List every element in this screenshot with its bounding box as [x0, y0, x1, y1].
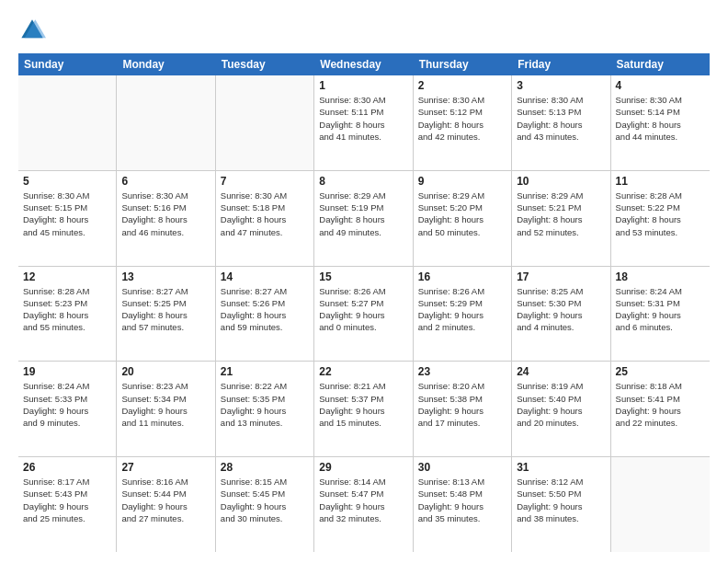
- day-cell-14: 14Sunrise: 8:27 AMSunset: 5:26 PMDayligh…: [216, 267, 314, 362]
- day-number: 6: [121, 175, 210, 188]
- day-number: 22: [319, 365, 407, 378]
- day-info: Sunrise: 8:22 AMSunset: 5:35 PMDaylight:…: [221, 380, 309, 429]
- empty-cell: [18, 75, 117, 170]
- day-info: Sunrise: 8:30 AMSunset: 5:18 PMDaylight:…: [221, 190, 309, 238]
- day-number: 16: [418, 270, 506, 283]
- day-info: Sunrise: 8:18 AMSunset: 5:41 PMDaylight:…: [616, 380, 705, 429]
- day-number: 30: [418, 461, 506, 474]
- day-info: Sunrise: 8:26 AMSunset: 5:29 PMDaylight:…: [418, 285, 506, 334]
- day-cell-11: 11Sunrise: 8:28 AMSunset: 5:22 PMDayligh…: [611, 171, 710, 266]
- day-cell-6: 6Sunrise: 8:30 AMSunset: 5:16 PMDaylight…: [117, 171, 215, 266]
- day-cell-30: 30Sunrise: 8:13 AMSunset: 5:48 PMDayligh…: [414, 457, 512, 552]
- day-info: Sunrise: 8:19 AMSunset: 5:40 PMDaylight:…: [517, 380, 605, 429]
- empty-cell: [611, 457, 710, 552]
- day-number: 10: [517, 175, 605, 188]
- day-number: 26: [23, 461, 111, 474]
- header-day-tuesday: Tuesday: [216, 53, 314, 75]
- day-number: 1: [319, 79, 407, 92]
- day-cell-13: 13Sunrise: 8:27 AMSunset: 5:25 PMDayligh…: [117, 267, 215, 362]
- day-number: 14: [221, 270, 309, 283]
- day-info: Sunrise: 8:30 AMSunset: 5:15 PMDaylight:…: [23, 190, 111, 238]
- day-info: Sunrise: 8:24 AMSunset: 5:33 PMDaylight:…: [23, 380, 111, 429]
- day-info: Sunrise: 8:26 AMSunset: 5:27 PMDaylight:…: [319, 285, 407, 334]
- day-cell-5: 5Sunrise: 8:30 AMSunset: 5:15 PMDaylight…: [18, 171, 117, 266]
- day-cell-4: 4Sunrise: 8:30 AMSunset: 5:14 PMDaylight…: [611, 75, 710, 170]
- day-info: Sunrise: 8:29 AMSunset: 5:19 PMDaylight:…: [319, 190, 407, 238]
- day-cell-21: 21Sunrise: 8:22 AMSunset: 5:35 PMDayligh…: [216, 362, 314, 456]
- day-number: 13: [121, 270, 210, 283]
- day-number: 25: [616, 365, 705, 378]
- day-cell-10: 10Sunrise: 8:29 AMSunset: 5:21 PMDayligh…: [512, 171, 610, 266]
- day-info: Sunrise: 8:13 AMSunset: 5:48 PMDaylight:…: [418, 476, 506, 524]
- day-cell-18: 18Sunrise: 8:24 AMSunset: 5:31 PMDayligh…: [611, 267, 710, 362]
- day-number: 3: [517, 79, 605, 92]
- page: SundayMondayTuesdayWednesdayThursdayFrid…: [0, 0, 728, 563]
- header-day-saturday: Saturday: [611, 53, 710, 75]
- day-cell-20: 20Sunrise: 8:23 AMSunset: 5:34 PMDayligh…: [117, 362, 215, 456]
- day-number: 5: [23, 175, 111, 188]
- day-cell-9: 9Sunrise: 8:29 AMSunset: 5:20 PMDaylight…: [414, 171, 512, 266]
- day-cell-31: 31Sunrise: 8:12 AMSunset: 5:50 PMDayligh…: [512, 457, 610, 552]
- day-info: Sunrise: 8:17 AMSunset: 5:43 PMDaylight:…: [23, 476, 111, 524]
- day-info: Sunrise: 8:20 AMSunset: 5:38 PMDaylight:…: [418, 380, 506, 429]
- day-number: 18: [616, 270, 705, 283]
- empty-cell: [117, 75, 215, 170]
- day-cell-19: 19Sunrise: 8:24 AMSunset: 5:33 PMDayligh…: [18, 362, 117, 456]
- logo-icon: [18, 17, 46, 44]
- header-day-friday: Friday: [512, 53, 610, 75]
- day-cell-12: 12Sunrise: 8:28 AMSunset: 5:23 PMDayligh…: [18, 267, 117, 362]
- day-cell-28: 28Sunrise: 8:15 AMSunset: 5:45 PMDayligh…: [216, 457, 314, 552]
- day-number: 7: [221, 175, 309, 188]
- day-cell-27: 27Sunrise: 8:16 AMSunset: 5:44 PMDayligh…: [117, 457, 215, 552]
- day-cell-17: 17Sunrise: 8:25 AMSunset: 5:30 PMDayligh…: [512, 267, 610, 362]
- header-day-monday: Monday: [117, 53, 215, 75]
- calendar-row-4: 19Sunrise: 8:24 AMSunset: 5:33 PMDayligh…: [18, 362, 710, 457]
- day-number: 15: [319, 270, 407, 283]
- day-info: Sunrise: 8:25 AMSunset: 5:30 PMDaylight:…: [517, 285, 605, 334]
- day-info: Sunrise: 8:27 AMSunset: 5:26 PMDaylight:…: [221, 285, 309, 334]
- header: [18, 17, 710, 44]
- header-day-thursday: Thursday: [414, 53, 512, 75]
- day-info: Sunrise: 8:30 AMSunset: 5:14 PMDaylight:…: [616, 94, 705, 143]
- day-number: 8: [319, 175, 407, 188]
- day-info: Sunrise: 8:30 AMSunset: 5:11 PMDaylight:…: [319, 94, 407, 143]
- day-number: 4: [616, 79, 705, 92]
- day-info: Sunrise: 8:21 AMSunset: 5:37 PMDaylight:…: [319, 380, 407, 429]
- day-info: Sunrise: 8:27 AMSunset: 5:25 PMDaylight:…: [121, 285, 210, 334]
- day-info: Sunrise: 8:30 AMSunset: 5:16 PMDaylight:…: [121, 190, 210, 238]
- day-cell-23: 23Sunrise: 8:20 AMSunset: 5:38 PMDayligh…: [414, 362, 512, 456]
- day-info: Sunrise: 8:30 AMSunset: 5:13 PMDaylight:…: [517, 94, 605, 143]
- header-day-wednesday: Wednesday: [314, 53, 413, 75]
- day-cell-29: 29Sunrise: 8:14 AMSunset: 5:47 PMDayligh…: [314, 457, 413, 552]
- day-cell-22: 22Sunrise: 8:21 AMSunset: 5:37 PMDayligh…: [314, 362, 413, 456]
- calendar-header: SundayMondayTuesdayWednesdayThursdayFrid…: [18, 53, 710, 75]
- day-cell-25: 25Sunrise: 8:18 AMSunset: 5:41 PMDayligh…: [611, 362, 710, 456]
- day-number: 9: [418, 175, 506, 188]
- day-cell-24: 24Sunrise: 8:19 AMSunset: 5:40 PMDayligh…: [512, 362, 610, 456]
- logo: [18, 17, 50, 44]
- day-number: 27: [121, 461, 210, 474]
- calendar-body: 1Sunrise: 8:30 AMSunset: 5:11 PMDaylight…: [18, 75, 710, 552]
- day-info: Sunrise: 8:29 AMSunset: 5:21 PMDaylight:…: [517, 190, 605, 238]
- day-cell-1: 1Sunrise: 8:30 AMSunset: 5:11 PMDaylight…: [314, 75, 413, 170]
- day-cell-2: 2Sunrise: 8:30 AMSunset: 5:12 PMDaylight…: [414, 75, 512, 170]
- day-info: Sunrise: 8:28 AMSunset: 5:23 PMDaylight:…: [23, 285, 111, 334]
- day-number: 17: [517, 270, 605, 283]
- calendar: SundayMondayTuesdayWednesdayThursdayFrid…: [18, 53, 710, 552]
- day-info: Sunrise: 8:15 AMSunset: 5:45 PMDaylight:…: [221, 476, 309, 524]
- calendar-row-3: 12Sunrise: 8:28 AMSunset: 5:23 PMDayligh…: [18, 267, 710, 362]
- day-number: 11: [616, 175, 705, 188]
- day-number: 24: [517, 365, 605, 378]
- day-info: Sunrise: 8:12 AMSunset: 5:50 PMDaylight:…: [517, 476, 605, 524]
- day-number: 29: [319, 461, 407, 474]
- day-number: 31: [517, 461, 605, 474]
- calendar-row-5: 26Sunrise: 8:17 AMSunset: 5:43 PMDayligh…: [18, 457, 710, 552]
- day-cell-15: 15Sunrise: 8:26 AMSunset: 5:27 PMDayligh…: [314, 267, 413, 362]
- day-info: Sunrise: 8:14 AMSunset: 5:47 PMDaylight:…: [319, 476, 407, 524]
- day-cell-16: 16Sunrise: 8:26 AMSunset: 5:29 PMDayligh…: [414, 267, 512, 362]
- day-info: Sunrise: 8:29 AMSunset: 5:20 PMDaylight:…: [418, 190, 506, 238]
- day-number: 19: [23, 365, 111, 378]
- day-cell-8: 8Sunrise: 8:29 AMSunset: 5:19 PMDaylight…: [314, 171, 413, 266]
- day-info: Sunrise: 8:30 AMSunset: 5:12 PMDaylight:…: [418, 94, 506, 143]
- empty-cell: [216, 75, 314, 170]
